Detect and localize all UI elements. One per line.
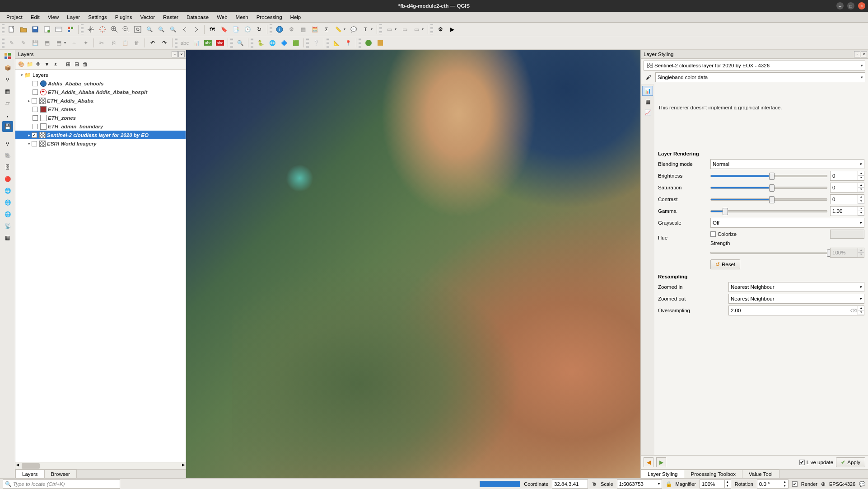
hide-labels-icon[interactable]: abc [215,38,225,48]
add-wms-icon[interactable]: 🌐 [2,185,13,196]
undo-icon[interactable]: ↶ [147,38,158,48]
menu-layer[interactable]: Layer [63,14,84,21]
layers-manage-visibility-icon[interactable]: 👁 [34,60,42,68]
renderer-selector[interactable]: Singleband color data▾ [655,72,865,82]
tree-collapse-icon[interactable]: ▾ [19,73,24,77]
style-forward-button[interactable]: ▶ [656,457,666,467]
layer-checkbox[interactable] [32,141,37,146]
tree-expand-icon[interactable]: ▸ [26,133,32,137]
layer-checkbox[interactable] [32,98,37,103]
temporal-controller-icon[interactable]: 🕓 [242,24,253,35]
zoom-to-selection-icon[interactable]: 🔍 [144,24,155,35]
crs-value[interactable]: EPSG:4326 [829,481,855,487]
layer-label[interactable]: ETH_zones [48,115,76,121]
help-browser-icon[interactable]: ❔ [311,38,322,48]
magnifier-field[interactable]: 100%▴▾ [700,480,731,489]
plugin-green-icon[interactable]: 🟩 [290,38,301,48]
layer-checkbox[interactable] [33,107,38,112]
add-virtual-icon[interactable]: V [2,138,13,149]
layers-filter-icon[interactable]: ▼ [43,60,51,68]
maximize-button[interactable]: □ [847,2,854,9]
menu-project[interactable]: Project [3,14,26,21]
toolbox-icon[interactable]: ⚙ [435,24,446,35]
menu-raster[interactable]: Raster [159,14,182,21]
layer-label[interactable]: ETH_states [48,107,76,112]
add-wcs-icon[interactable]: 🌐 [2,197,13,208]
layer-checkbox[interactable] [33,115,38,121]
show-labels-icon[interactable]: abc [203,38,214,48]
zoom-out-icon[interactable] [121,24,131,35]
map-canvas[interactable] [186,50,640,478]
tab-layers[interactable]: Layers [15,470,45,478]
horizontal-scrollbar[interactable]: ◀ ▶ [15,462,186,469]
extent-toggle-icon[interactable]: 🖱 [592,481,597,487]
pan-to-selection-icon[interactable] [97,24,108,35]
add-raster-icon[interactable]: ▦ [2,86,13,97]
layers-close-button[interactable]: × [178,51,185,57]
messages-icon[interactable]: 💬 [859,481,865,487]
add-vector-icon[interactable]: V [2,74,13,85]
new-bookmark-icon[interactable]: 🔖 [219,24,229,35]
minimize-button[interactable]: – [836,2,844,9]
locator-input[interactable]: 🔍 Type to locate (Ctrl+K) [3,480,120,489]
qms-green-icon[interactable] [363,38,374,48]
close-button[interactable]: × [858,2,865,9]
statistics-icon[interactable]: Σ [321,24,332,35]
new-geopackage-icon[interactable]: 📦 [2,62,13,73]
add-spatialite-icon[interactable]: 💾 [2,121,13,132]
tree-expand-icon[interactable]: ▸ [26,99,32,103]
map-tips-icon[interactable]: 💬 [348,24,359,35]
layer-label[interactable]: Addis_Ababa_schools [48,81,103,86]
redo-icon[interactable]: ↷ [159,38,170,48]
layers-float-button[interactable]: ▫ [172,51,178,57]
add-oracle-icon[interactable]: 🔴 [2,174,13,184]
oversampling-spinbox[interactable]: 2.00⌫▴▾ [728,306,864,315]
menu-web[interactable]: Web [213,14,231,21]
show-bookmarks-icon[interactable]: 📑 [230,24,241,35]
reset-button[interactable]: ↺Reset [710,259,740,269]
layers-expand-all-icon[interactable]: ⊞ [64,60,72,68]
add-wfs-icon[interactable]: 🌐 [2,209,13,220]
tab-processing-toolbox[interactable]: Processing Toolbox [684,470,742,478]
new-map-view-icon[interactable]: 🗺 [207,24,218,35]
colorize-swatch[interactable] [830,230,864,239]
layer-group-root[interactable]: Layers [33,72,48,78]
layer-checkbox[interactable] [33,124,38,129]
zoom-full-icon[interactable] [132,24,143,35]
layers-remove-icon[interactable]: 🗑 [81,60,89,68]
lock-scale-icon[interactable]: 🔒 [666,481,672,487]
python-console-icon[interactable]: 🐍 [255,38,266,48]
qms-orange-icon[interactable] [375,38,386,48]
layer-label[interactable]: ETH_Addis_Ababa Addis_Ababa_hospit [48,89,147,95]
identify-icon[interactable]: i [274,24,285,35]
menu-settings[interactable]: Settings [84,14,111,21]
run-model-icon[interactable]: ▶ [447,24,457,35]
add-xyz-icon[interactable]: 📡 [2,221,13,231]
contrast-slider[interactable] [710,198,827,201]
layer-checkbox[interactable] [33,81,38,86]
zoomed-out-select[interactable]: Nearest Neighbour▾ [728,294,864,304]
new-project-icon[interactable] [6,24,17,35]
render-checkbox[interactable] [792,481,798,487]
menu-vector[interactable]: Vector [136,14,159,21]
menu-view[interactable]: View [44,14,63,21]
symbology-tab-icon[interactable]: 📊 [642,86,653,96]
osm-icon[interactable]: 🌐 [267,38,278,48]
layers-style-icon[interactable]: 🎨 [17,60,25,68]
annotation-icon[interactable]: T [360,24,371,35]
saturation-spinbox[interactable]: 0▴▾ [830,183,864,193]
layer-tree[interactable]: ▾📁Layers Addis_Ababa_schools ETH_Addis_A… [15,70,186,462]
tab-browser[interactable]: Browser [44,470,77,478]
style-back-button[interactable]: ◀ [644,457,653,467]
rotation-field[interactable]: 0.0 °▴▾ [757,480,789,489]
live-update-checkbox[interactable]: ✔Live update [799,460,833,465]
layer-label[interactable]: ETH_Addis_Ababa [47,98,93,103]
zoom-last-icon[interactable] [179,24,190,35]
menu-help[interactable]: Help [287,14,305,21]
scale-field[interactable]: 1:6063753▾ [617,480,662,489]
layers-collapse-all-icon[interactable]: ⊟ [73,60,81,68]
contrast-spinbox[interactable]: 0▴▾ [830,194,864,204]
refresh-icon[interactable]: ↻ [254,24,265,35]
tab-layer-styling[interactable]: Layer Styling [641,470,684,478]
apply-button[interactable]: ✔Apply [836,457,865,467]
